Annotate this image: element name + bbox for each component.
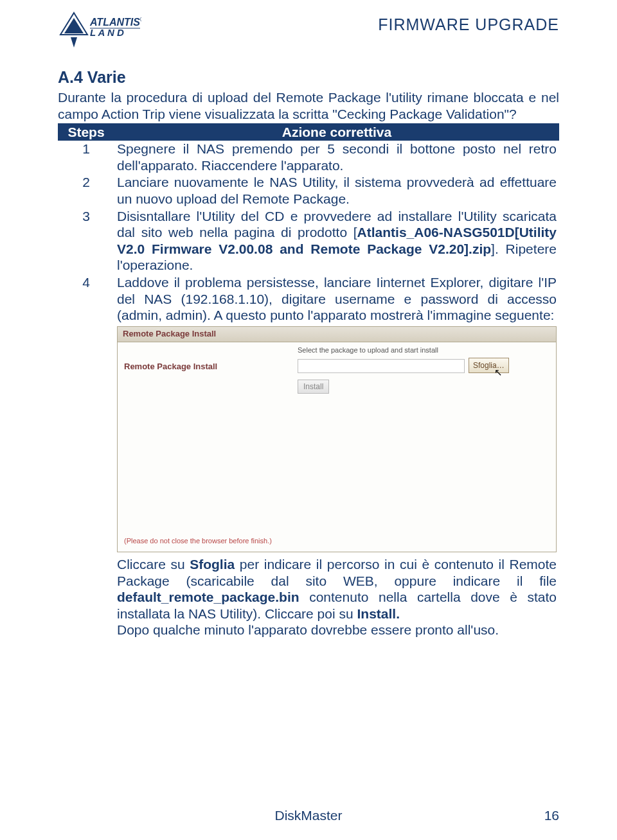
dialog-title: Remote Package Install (118, 327, 556, 342)
step-text: Lanciare nuovamente le NAS Utility, il s… (114, 174, 559, 207)
section-intro: Durante la procedura di upload del Remot… (58, 89, 559, 122)
step-number: 2 (58, 174, 114, 207)
svg-marker-1 (64, 18, 84, 33)
col-steps: Steps (58, 123, 114, 141)
step-text: Disisntallare l'Utility del CD e provved… (114, 208, 559, 274)
cursor-icon: ↖ (494, 367, 503, 378)
footer-page-number: 16 (544, 808, 559, 823)
footer-product: DiskMaster (274, 808, 342, 823)
dialog-side-label: Remote Package Install (124, 362, 217, 372)
table-row: 4 Laddove il problema persistesse, lanci… (58, 274, 559, 639)
package-path-input[interactable] (298, 359, 465, 373)
step-number: 1 (58, 141, 114, 174)
step-number: 4 (58, 274, 114, 639)
logo-text: ATLANTIS (89, 17, 140, 28)
col-action: Azione correttiva (114, 123, 559, 141)
remote-package-install-screenshot: Remote Package Install Remote Package In… (117, 326, 557, 552)
svg-text:L A N D: L A N D (90, 27, 124, 38)
section-heading: A.4 Varie (58, 68, 559, 87)
step-text: Laddove il problema persistesse, lanciar… (114, 274, 559, 639)
dialog-note: (Please do not close the browser before … (124, 537, 272, 545)
table-row: 2 Lanciare nuovamente le NAS Utility, il… (58, 174, 559, 207)
step-number: 3 (58, 208, 114, 274)
table-row: 1 Spegnere il NAS premendo per 5 secondi… (58, 141, 559, 174)
steps-table: Steps Azione correttiva 1 Spegnere il NA… (58, 123, 559, 639)
brand-logo: ATLANTIS ® L A N D (58, 12, 141, 49)
svg-marker-2 (71, 37, 77, 48)
browse-button[interactable]: Sfoglia… (469, 358, 509, 373)
page-header-title: FIRMWARE UPGRADE (378, 15, 559, 34)
svg-text:®: ® (140, 16, 141, 23)
table-row: 3 Disisntallare l'Utility del CD e provv… (58, 208, 559, 274)
select-package-label: Select the package to upload and start i… (298, 346, 438, 354)
step-text: Spegnere il NAS premendo per 5 secondi i… (114, 141, 559, 174)
page-footer: DiskMaster 16 (0, 808, 617, 823)
install-button[interactable]: Install (298, 380, 329, 394)
